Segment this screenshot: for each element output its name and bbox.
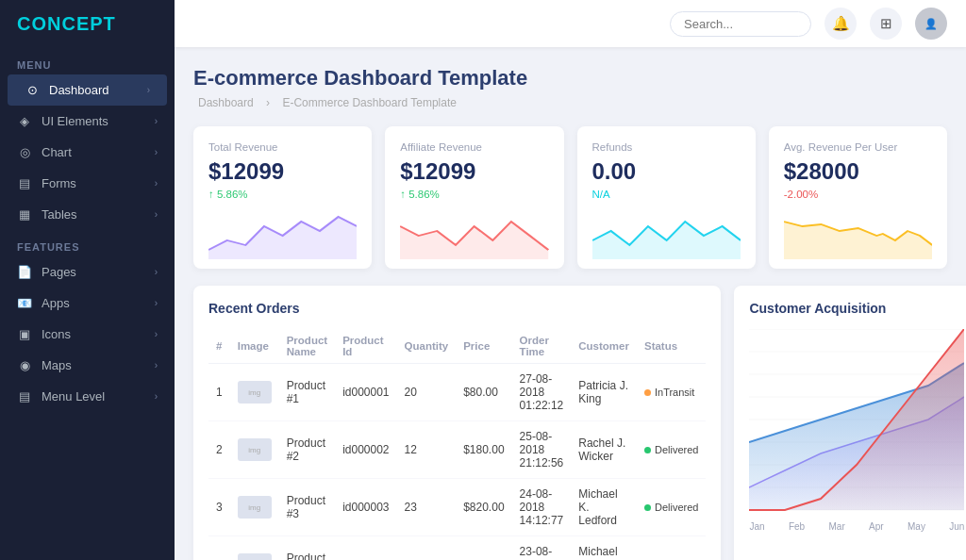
col-header-quantity: Quantity: [397, 329, 457, 364]
notification-bell-button[interactable]: 🔔: [824, 8, 857, 40]
chevron-icon: ›: [155, 116, 158, 126]
sidebar-item-apps[interactable]: 📧 Apps ›: [0, 288, 175, 319]
product-image: img: [238, 553, 272, 560]
stat-label: Total Revenue: [208, 141, 357, 153]
sidebar-icon: ⊙: [25, 83, 40, 97]
recent-orders-card: Recent Orders #ImageProduct NameProduct …: [193, 286, 721, 560]
breadcrumb-separator: ›: [266, 96, 273, 109]
stat-card-1: Affiliate Revenue $12099 ↑ 5.86%: [385, 126, 563, 269]
row-num: 3: [208, 479, 230, 536]
stat-value: $12099: [208, 158, 357, 185]
row-customer: Rachel J. Wicker: [571, 421, 637, 479]
sidebar-icon: ▤: [17, 389, 32, 404]
row-order-time: 27-08-2018 01:22:12: [512, 364, 572, 421]
row-product-id: id000001: [335, 364, 396, 421]
sidebar-item-forms[interactable]: ▤ Forms ›: [0, 168, 175, 199]
row-price: $180.00: [456, 421, 511, 479]
row-order-time: 23-08-2018 09:12:35: [512, 536, 572, 561]
table-row: 3 img Product #3 id000003 23 $820.00 24-…: [208, 479, 706, 536]
stat-value: $12099: [400, 158, 548, 185]
stat-label: Affiliate Revenue: [400, 141, 548, 153]
stat-card-3: Avg. Revenue Per User $28000 -2.00%: [769, 126, 947, 269]
sidebar-item-tables[interactable]: ▦ Tables ›: [0, 199, 175, 230]
sidebar-icon: ▣: [17, 327, 32, 341]
stat-mini-chart: [592, 207, 741, 259]
sidebar-icon: ▦: [17, 207, 32, 222]
row-image: img: [230, 364, 279, 421]
sidebar-icon: 📄: [17, 265, 32, 279]
stat-mini-chart: [784, 207, 932, 259]
stat-mini-chart: [208, 207, 357, 259]
sidebar-item-label: Maps: [42, 358, 72, 372]
chevron-icon: ›: [155, 391, 158, 402]
stat-cards-grid: Total Revenue $12099 ↑ 5.86% Affiliate R…: [193, 126, 947, 269]
status-text: InTransit: [655, 387, 694, 398]
sidebar-icon: ◈: [17, 114, 32, 128]
row-product-id: id000004: [335, 536, 396, 561]
search-input[interactable]: [670, 11, 811, 37]
bottom-grid: Recent Orders #ImageProduct NameProduct …: [193, 286, 947, 560]
row-price: $340.00: [456, 536, 511, 561]
sidebar-item-label: Dashboard: [49, 83, 109, 97]
row-image: img: [230, 479, 279, 536]
row-quantity: 12: [397, 421, 457, 479]
sidebar-item-dashboard[interactable]: ⊙ Dashboard ›: [8, 74, 167, 106]
bell-icon: 🔔: [832, 15, 850, 32]
chevron-icon: ›: [155, 267, 158, 277]
row-order-time: 25-08-2018 21:12:56: [512, 421, 572, 479]
row-num: 2: [208, 421, 230, 479]
stat-card-2: Refunds 0.00 N/A: [577, 126, 756, 269]
col-header-image: Image: [230, 329, 279, 364]
sidebar-item-maps[interactable]: ◉ Maps ›: [0, 350, 175, 381]
row-customer: Michael K. Ledford: [571, 479, 637, 536]
status-text: Delivered: [655, 444, 698, 455]
sidebar-item-label: Chart: [42, 145, 72, 159]
status-dot: [644, 504, 651, 511]
breadcrumb-current: E-Commerce Dashboard Template: [282, 96, 457, 109]
stat-change: N/A: [592, 189, 741, 200]
sidebar-item-pages[interactable]: 📄 Pages ›: [0, 256, 175, 288]
row-image: img: [230, 536, 279, 561]
sidebar-item-label: Apps: [42, 296, 70, 310]
row-quantity: 23: [397, 479, 457, 536]
user-avatar[interactable]: 👤: [915, 8, 947, 40]
row-status: Delivered: [637, 536, 706, 561]
sidebar-item-ui-elements[interactable]: ◈ UI Elements ›: [0, 106, 175, 137]
avatar-icon: 👤: [924, 18, 938, 30]
row-status: Delivered: [637, 421, 706, 479]
acquisition-title: Customer Acquisition: [749, 301, 964, 316]
sidebar-item-icons[interactable]: ▣ Icons ›: [0, 319, 175, 350]
breadcrumb-home[interactable]: Dashboard: [198, 96, 254, 109]
sidebar-item-label: Forms: [42, 176, 76, 190]
acquisition-x-labels: JanFebMarAprMayJun: [749, 521, 964, 532]
sidebar-icon: ▤: [17, 176, 32, 190]
chevron-icon: ›: [155, 178, 158, 189]
chevron-icon: ›: [147, 85, 150, 95]
row-product-name: Product #1: [279, 364, 335, 421]
recent-orders-title: Recent Orders: [208, 301, 706, 316]
sidebar-icon: 📧: [17, 296, 32, 310]
row-product-name: Product #3: [279, 479, 335, 536]
col-header-customer: Customer: [571, 329, 637, 364]
page-title: E-commerce Dashboard Template: [193, 66, 947, 91]
stat-value: 0.00: [592, 158, 741, 185]
row-customer: Patricia J. King: [571, 364, 637, 421]
stat-mini-chart: [400, 207, 548, 259]
features-section-label: FEATURES: [0, 230, 175, 256]
stat-label: Refunds: [592, 141, 741, 153]
row-quantity: 34: [397, 536, 457, 561]
chevron-icon: ›: [155, 360, 158, 371]
table-row: 1 img Product #1 id000001 20 $80.00 27-0…: [208, 364, 706, 421]
stat-card-0: Total Revenue $12099 ↑ 5.86%: [193, 126, 372, 269]
apps-grid-button[interactable]: ⊞: [870, 8, 902, 40]
sidebar-item-chart[interactable]: ◎ Chart ›: [0, 137, 175, 168]
row-product-name: Product #2: [279, 421, 335, 479]
row-num: 4: [208, 536, 230, 561]
table-row: 2 img Product #2 id000002 12 $180.00 25-…: [208, 421, 706, 479]
sidebar-item-menu-level[interactable]: ▤ Menu Level ›: [0, 381, 175, 412]
sidebar-icon: ◎: [17, 145, 32, 159]
row-customer: Michael K. Ledford: [571, 536, 637, 561]
row-order-time: 24-08-2018 14:12:77: [512, 479, 572, 536]
sidebar-item-label: UI Elements: [42, 114, 108, 128]
col-header-status: Status: [637, 329, 706, 364]
